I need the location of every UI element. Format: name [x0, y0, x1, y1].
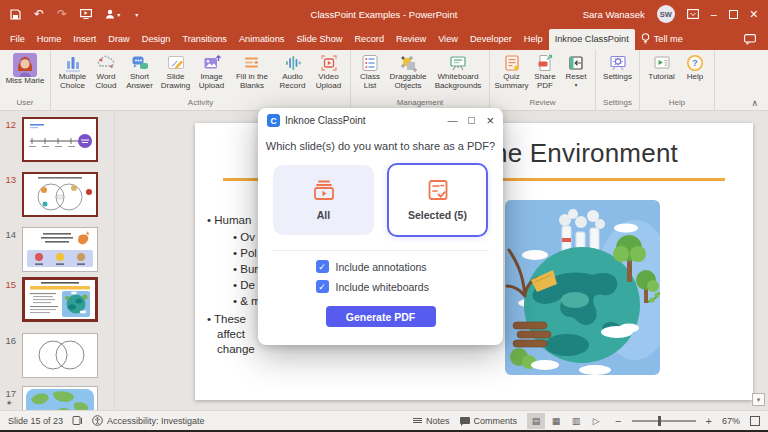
- tab-inknoe-classpoint[interactable]: Inknoe ClassPoint: [549, 29, 635, 50]
- video-upload-button[interactable]: Video Upload: [312, 53, 345, 91]
- customize-qat-icon[interactable]: ▾: [135, 11, 138, 18]
- thumbnail-slide-17[interactable]: [22, 386, 98, 410]
- reset-button[interactable]: Reset ▾: [562, 53, 590, 89]
- thumbnail-slide-12[interactable]: [22, 117, 98, 162]
- thumbnail-slide-13[interactable]: [22, 172, 98, 217]
- zoom-slider-thumb[interactable]: [658, 416, 661, 426]
- scroll-next-button[interactable]: ▾: [752, 393, 765, 406]
- include-whiteboards-row[interactable]: ✓ Include whiteboards: [316, 280, 446, 293]
- maximize-button[interactable]: [729, 10, 738, 19]
- reset-icon: [566, 53, 586, 73]
- tab-developer[interactable]: Developer: [464, 29, 518, 50]
- thumbnail-slide-14[interactable]: [22, 227, 98, 272]
- minimize-button[interactable]: –: [711, 9, 717, 20]
- dialog-divider: [272, 250, 489, 251]
- reading-view-button[interactable]: ▥: [567, 413, 585, 429]
- slide-drawing-button[interactable]: Slide Drawing: [159, 53, 192, 91]
- normal-view-button[interactable]: ▤: [527, 413, 545, 429]
- include-annotations-row[interactable]: ✓ Include annotations: [316, 260, 446, 273]
- generate-pdf-button[interactable]: Generate PDF: [326, 306, 436, 327]
- checkbox-annotations-label: Include annotations: [336, 261, 427, 273]
- slide-bullet: Human: [207, 214, 251, 226]
- group-label-settings: Settings: [601, 97, 634, 110]
- help-button[interactable]: ? Help: [681, 53, 709, 82]
- tab-home[interactable]: Home: [31, 29, 68, 50]
- zoom-in-button[interactable]: +: [706, 415, 712, 427]
- ribbon-group-user: Miss Marie User: [0, 50, 51, 110]
- draggable-objects-icon: [398, 53, 418, 73]
- undo-icon[interactable]: ↶: [34, 8, 44, 20]
- slide-number: 14: [0, 229, 16, 240]
- dialog-maximize-button[interactable]: [468, 117, 475, 124]
- tab-design[interactable]: Design: [136, 29, 177, 50]
- reset-dropdown-caret[interactable]: ▾: [574, 82, 577, 89]
- dialog-minimize-button[interactable]: —: [447, 116, 457, 126]
- slide-bullet: Ov: [233, 231, 255, 243]
- zoom-out-button[interactable]: −: [615, 415, 621, 427]
- slide-sorter-view-button[interactable]: ▦: [547, 413, 565, 429]
- short-answer-button[interactable]: Short Answer: [123, 53, 156, 91]
- tab-insert[interactable]: Insert: [67, 29, 102, 50]
- fill-in-the-blanks-button[interactable]: Fill in the Blanks: [231, 53, 273, 91]
- tab-review[interactable]: Review: [390, 29, 432, 50]
- comments-toggle[interactable]: Comments: [460, 416, 518, 426]
- fit-to-window-button[interactable]: [750, 416, 760, 426]
- tab-record[interactable]: Record: [348, 29, 390, 50]
- tab-file[interactable]: File: [4, 29, 31, 50]
- share-pdf-button[interactable]: Share PDF: [531, 53, 559, 91]
- tab-view[interactable]: View: [432, 29, 464, 50]
- slide-number: 15: [0, 279, 16, 290]
- user-profile-button[interactable]: Miss Marie: [5, 53, 45, 86]
- ribbon-group-help: Tutorial ? Help Help: [640, 50, 715, 110]
- zoom-slider[interactable]: [632, 420, 696, 422]
- share-pdf-dialog: C Inknoe ClassPoint — × Which slide(s) d…: [258, 108, 503, 345]
- quiz-summary-button[interactable]: Quiz Summary: [495, 53, 528, 91]
- option-all-card[interactable]: All: [273, 165, 374, 235]
- text-lines-icon: [242, 53, 262, 73]
- draggable-objects-button[interactable]: Draggable Objects: [387, 53, 429, 91]
- display-settings-icon[interactable]: [72, 415, 83, 426]
- multiple-choice-button[interactable]: Multiple Choice: [56, 53, 89, 91]
- collapse-ribbon-icon[interactable]: ∧: [751, 98, 758, 108]
- dialog-close-button[interactable]: ×: [486, 114, 494, 127]
- whiteboard-backgrounds-button[interactable]: Whiteboard Backgrounds: [432, 53, 484, 91]
- ribbon-display-options-icon[interactable]: [687, 9, 699, 19]
- account-avatar[interactable]: SW: [657, 5, 675, 23]
- option-selected-card[interactable]: Selected (5): [387, 163, 488, 237]
- thumbnail-slide-16[interactable]: [22, 333, 98, 378]
- user-presence-icon[interactable]: ▾: [105, 9, 120, 19]
- tab-transitions[interactable]: Transitions: [176, 29, 233, 50]
- save-icon[interactable]: [10, 9, 21, 20]
- settings-button[interactable]: Settings: [601, 53, 634, 82]
- class-list-button[interactable]: Class List: [356, 53, 384, 91]
- tab-help[interactable]: Help: [518, 29, 549, 50]
- account-name[interactable]: Sara Wanasek: [583, 9, 645, 20]
- slide-thumbnail-panel: 12 13 14 15 16 17 ★: [0, 111, 115, 410]
- slide-bullet: & m: [233, 295, 261, 307]
- quiz-summary-icon: [502, 53, 522, 73]
- option-all-label: All: [317, 209, 330, 221]
- start-slideshow-icon[interactable]: [80, 9, 92, 19]
- accessibility-checker[interactable]: Accessibility: Investigate: [92, 415, 205, 426]
- title-bar: ↶ ↷ ▾ ▾ ClassPoint Examples - PowerPoint…: [0, 0, 768, 28]
- checkbox-whiteboards[interactable]: ✓: [316, 280, 329, 293]
- thumbnail-slide-15-current[interactable]: [22, 277, 98, 322]
- slideshow-view-button[interactable]: ▷: [587, 413, 605, 429]
- slide-indicator[interactable]: Slide 15 of 23: [8, 416, 63, 426]
- tab-slide-show[interactable]: Slide Show: [290, 29, 348, 50]
- comments-panel-icon[interactable]: [736, 29, 764, 50]
- audio-record-button[interactable]: Audio Record: [276, 53, 309, 91]
- notes-toggle[interactable]: Notes: [413, 416, 450, 426]
- word-cloud-button[interactable]: Word Cloud: [92, 53, 120, 91]
- tutorial-button[interactable]: Tutorial: [645, 53, 678, 82]
- tab-draw[interactable]: Draw: [102, 29, 135, 50]
- zoom-level[interactable]: 67%: [722, 416, 740, 426]
- image-upload-button[interactable]: Image Upload: [195, 53, 228, 91]
- close-button[interactable]: ×: [750, 7, 758, 21]
- all-slides-icon: [312, 179, 336, 201]
- tell-me-search[interactable]: Tell me: [635, 28, 689, 50]
- tab-animations[interactable]: Animations: [233, 29, 290, 50]
- quick-access-toolbar: ↶ ↷ ▾ ▾: [10, 8, 138, 20]
- checkbox-annotations[interactable]: ✓: [316, 260, 329, 273]
- group-label-user: User: [5, 97, 45, 110]
